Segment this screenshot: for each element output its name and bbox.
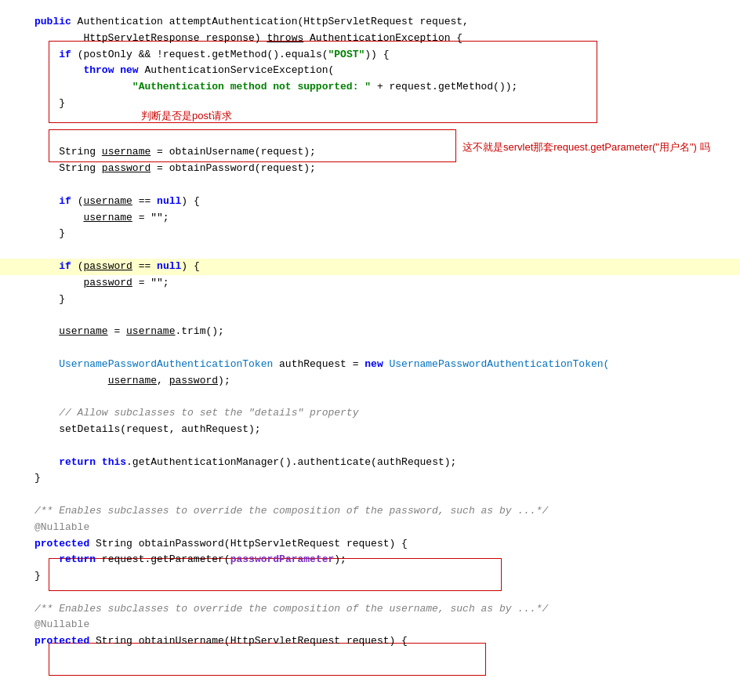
- line-text: }: [0, 96, 734, 112]
- keyword: protected: [34, 538, 89, 549]
- line-text: [0, 112, 734, 129]
- code-line: String password = obtainPassword(request…: [0, 161, 740, 177]
- keyword: this: [102, 456, 126, 468]
- line-text: public Authentication attemptAuthenticat…: [0, 14, 734, 31]
- line-text: /** Enables subclasses to override the c…: [0, 503, 734, 520]
- keyword: new: [120, 64, 138, 76]
- code-line-highlighted: if (password == null) {: [0, 259, 740, 275]
- line-text: "Authentication method not supported: " …: [0, 79, 734, 96]
- line-text: if (postOnly && !request.getMethod().equ…: [0, 47, 734, 63]
- line-text: [0, 438, 734, 455]
- line-text: username, password);: [0, 373, 734, 390]
- keyword: protected: [34, 635, 89, 647]
- code-line: @Nullable: [0, 617, 740, 633]
- code-line: [0, 112, 740, 129]
- variable-username: username: [126, 325, 175, 337]
- code-line: username, password);: [0, 373, 740, 390]
- code-line: throw new AuthenticationServiceException…: [0, 63, 740, 79]
- line-text: [0, 585, 734, 601]
- code-line: if (username == null) {: [0, 194, 740, 210]
- keyword: throw: [83, 64, 114, 76]
- code-content: public Authentication attemptAuthenticat…: [0, 8, 740, 656]
- code-line: [0, 307, 740, 324]
- keyword: return: [59, 553, 96, 565]
- code-line: [0, 129, 740, 145]
- code-line: setDetails(request, authRequest);: [0, 422, 740, 438]
- code-line: HttpServletResponse response) throws Aut…: [0, 31, 740, 47]
- throws-keyword: throws: [267, 32, 303, 44]
- keyword: return: [59, 456, 96, 468]
- line-text: [0, 242, 734, 259]
- code-line: public Authentication attemptAuthenticat…: [0, 14, 740, 31]
- code-line: username = username.trim();: [0, 324, 740, 340]
- variable-password: password: [169, 375, 218, 386]
- method-name: obtainPassword(HttpServletRequest reques…: [139, 538, 408, 549]
- code-line: "Authentication method not supported: " …: [0, 79, 740, 96]
- code-line: UsernamePasswordAuthenticationToken auth…: [0, 357, 740, 373]
- line-text: // Allow subclasses to set the "details"…: [0, 405, 734, 422]
- line-text: username = username.trim();: [0, 324, 734, 340]
- string-literal: "POST": [328, 49, 365, 60]
- code-line: }: [0, 568, 740, 585]
- line-text: setDetails(request, authRequest);: [0, 422, 734, 438]
- line-text: return request.getParameter(passwordPara…: [0, 552, 734, 568]
- line-text: protected String obtainUsername(HttpServ…: [0, 633, 734, 650]
- keyword: null: [157, 260, 181, 272]
- line-text: [0, 340, 734, 357]
- line-text: String username = obtainUsername(request…: [0, 144, 734, 161]
- code-viewer: 判断是否是post请求 这不就是servlet那套request.getPara…: [0, 0, 740, 664]
- line-text: HttpServletResponse response) throws Aut…: [0, 31, 734, 47]
- code-line: [0, 389, 740, 405]
- code-line: if (postOnly && !request.getMethod().equ…: [0, 47, 740, 63]
- code-line: password = "";: [0, 275, 740, 292]
- line-text: [0, 487, 734, 503]
- code-line: // Allow subclasses to set the "details"…: [0, 405, 740, 422]
- code-line: @Nullable: [0, 520, 740, 536]
- line-text: }: [0, 568, 734, 585]
- line-text: }: [0, 226, 734, 242]
- keyword: if: [59, 49, 71, 60]
- code-line: protected String obtainUsername(HttpServ…: [0, 633, 740, 650]
- keyword: if: [59, 195, 71, 207]
- code-line: }: [0, 292, 740, 308]
- line-text: String password = obtainPassword(request…: [0, 161, 734, 177]
- annotation: @Nullable: [34, 618, 89, 630]
- variable-username: username: [102, 146, 151, 158]
- line-text: [0, 177, 734, 194]
- code-line: [0, 585, 740, 601]
- line-text: UsernamePasswordAuthenticationToken auth…: [0, 357, 734, 373]
- variable-password: password: [83, 277, 132, 288]
- string-literal: "Authentication method not supported: ": [132, 81, 371, 92]
- line-text: if (password == null) {: [0, 259, 734, 275]
- line-text: [0, 129, 734, 145]
- line-text: return this.getAuthenticationManager().a…: [0, 455, 734, 471]
- keyword: null: [157, 195, 181, 207]
- line-text: @Nullable: [0, 617, 734, 633]
- variable-username: username: [108, 375, 157, 386]
- method-name: obtainUsername(HttpServletRequest reques…: [139, 635, 408, 647]
- param-name: passwordParameter: [230, 553, 335, 565]
- code-line: /** Enables subclasses to override the c…: [0, 503, 740, 520]
- line-text: [0, 389, 734, 405]
- annotation: @Nullable: [34, 521, 89, 533]
- variable-password: password: [102, 162, 151, 174]
- code-line: protected String obtainPassword(HttpServ…: [0, 536, 740, 553]
- code-line: }: [0, 226, 740, 242]
- code-line: /** Enables subclasses to override the c…: [0, 601, 740, 618]
- line-text: @Nullable: [0, 520, 734, 536]
- line-text: throw new AuthenticationServiceException…: [0, 63, 734, 79]
- line-text: username = "";: [0, 210, 734, 227]
- line-text: }: [0, 292, 734, 308]
- code-line: username = "";: [0, 210, 740, 227]
- keyword: new: [365, 358, 383, 370]
- code-line: return request.getParameter(passwordPara…: [0, 552, 740, 568]
- keyword: public: [34, 16, 71, 27]
- variable-password: password: [83, 260, 132, 272]
- variable-username: username: [83, 212, 132, 223]
- comment: /** Enables subclasses to override the c…: [34, 505, 548, 517]
- code-line: return this.getAuthenticationManager().a…: [0, 455, 740, 471]
- comment: /** Enables subclasses to override the c…: [34, 603, 548, 615]
- variable-username: username: [83, 195, 132, 207]
- variable-username: username: [59, 325, 107, 337]
- code-line: [0, 340, 740, 357]
